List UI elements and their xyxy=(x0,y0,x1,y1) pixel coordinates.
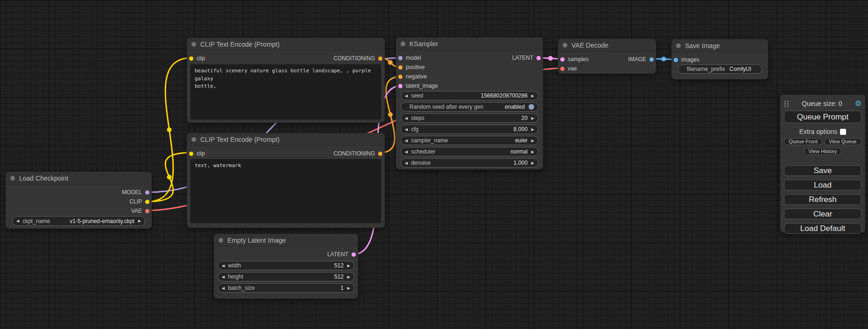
node-title: Load Checkpoint xyxy=(19,175,68,182)
view-history-button[interactable]: View History xyxy=(804,148,842,155)
drag-handle-icon[interactable] xyxy=(784,100,789,107)
clip-input-slot[interactable] xyxy=(189,152,193,156)
slot-label: VAE xyxy=(131,208,142,214)
latent-output-slot[interactable] xyxy=(352,252,356,257)
decrement-arrow-icon[interactable]: ◀ xyxy=(222,264,225,268)
node-vae-decode[interactable]: VAE Decode samples IMAGE vae xyxy=(558,39,656,74)
extra-options-label: Extra options xyxy=(799,128,838,135)
decrement-arrow-icon[interactable]: ◀ xyxy=(405,150,408,154)
increment-arrow-icon[interactable]: ▶ xyxy=(531,94,534,98)
image-output-slot[interactable] xyxy=(649,57,654,62)
widget-label: cfg xyxy=(411,126,418,133)
samples-input-slot[interactable] xyxy=(560,57,565,62)
increment-arrow-icon[interactable]: ▶ xyxy=(138,219,141,223)
decrement-arrow-icon[interactable]: ◀ xyxy=(222,275,225,279)
node-empty-latent-image[interactable]: Empty Latent Image LATENT ◀ width 512 ▶ … xyxy=(214,234,358,299)
decrement-arrow-icon[interactable]: ◀ xyxy=(16,219,19,223)
decrement-arrow-icon[interactable]: ◀ xyxy=(405,127,408,132)
model-output-slot[interactable] xyxy=(145,190,149,195)
prompt-textarea[interactable]: beautiful scenery nature glass bottle la… xyxy=(191,64,381,119)
denoise-widget[interactable]: ◀ denoise 1.000 ▶ xyxy=(401,158,538,168)
positive-input-slot[interactable] xyxy=(398,65,402,70)
vae-output-slot[interactable] xyxy=(145,209,149,213)
slot-label: latent_image xyxy=(406,83,438,89)
collapse-dot-icon[interactable] xyxy=(10,176,15,181)
increment-arrow-icon[interactable]: ▶ xyxy=(531,161,534,165)
queue-front-button[interactable]: Queue Front xyxy=(784,138,822,145)
node-title-bar[interactable]: VAE Decode xyxy=(558,39,656,52)
random-seed-toggle-widget[interactable]: Random seed after every gen enabled xyxy=(401,102,538,112)
collapse-dot-icon[interactable] xyxy=(676,43,681,48)
node-ksampler[interactable]: KSampler model LATENT positive xyxy=(396,37,543,169)
node-load-checkpoint[interactable]: Load Checkpoint MODEL CLIP VAE xyxy=(6,172,152,229)
wire-midpoint-dot xyxy=(388,60,393,65)
collapse-dot-icon[interactable] xyxy=(191,42,196,47)
load-button[interactable]: Load xyxy=(784,180,861,190)
width-widget[interactable]: ◀ width 512 ▶ xyxy=(218,261,354,270)
increment-arrow-icon[interactable]: ▶ xyxy=(531,116,534,120)
decrement-arrow-icon[interactable]: ◀ xyxy=(405,94,408,98)
images-input-slot[interactable] xyxy=(674,58,678,62)
scheduler-widget[interactable]: ◀ scheduler normal ▶ xyxy=(401,147,538,156)
collapse-dot-icon[interactable] xyxy=(401,42,405,46)
conditioning-output-slot[interactable] xyxy=(378,152,382,156)
node-title-bar[interactable]: Load Checkpoint xyxy=(6,172,152,185)
load-default-button[interactable]: Load Default xyxy=(784,223,861,234)
widget-label: height xyxy=(228,273,243,280)
node-clip-text-encode-negative[interactable]: CLIP Text Encode (Prompt) clip CONDITION… xyxy=(187,133,385,228)
node-save-image[interactable]: Save Image images filename_prefix ComfyU… xyxy=(671,39,768,79)
seed-widget[interactable]: ◀ seed 156680208700286 ▶ xyxy=(401,91,538,100)
node-graph-canvas[interactable]: CLIP Text Encode (Prompt) clip CONDITION… xyxy=(0,0,868,329)
negative-input-slot[interactable] xyxy=(398,75,402,79)
node-title-bar[interactable]: Save Image xyxy=(671,39,768,52)
collapse-dot-icon[interactable] xyxy=(563,43,567,48)
extra-options-checkbox[interactable] xyxy=(840,129,846,135)
prompt-textarea[interactable]: text, watermark xyxy=(191,159,381,223)
slot-label: CLIP xyxy=(129,198,142,205)
increment-arrow-icon[interactable]: ▶ xyxy=(347,264,350,268)
increment-arrow-icon[interactable]: ▶ xyxy=(531,150,534,154)
increment-arrow-icon[interactable]: ▶ xyxy=(531,139,534,143)
decrement-arrow-icon[interactable]: ◀ xyxy=(405,161,408,165)
widget-label: filename_prefix xyxy=(687,66,725,72)
decrement-arrow-icon[interactable]: ◀ xyxy=(405,116,408,120)
queue-prompt-button[interactable]: Queue Prompt xyxy=(784,111,861,123)
view-queue-button[interactable]: View Queue xyxy=(824,138,861,145)
ckpt-name-widget[interactable]: ◀ ckpt_name v1-5-pruned-emaonly.ckpt ▶ xyxy=(12,216,145,226)
cfg-widget[interactable]: ◀ cfg 8.000 ▶ xyxy=(401,125,538,134)
increment-arrow-icon[interactable]: ▶ xyxy=(531,127,534,132)
toggle-indicator-icon[interactable] xyxy=(529,104,534,110)
sampler-name-widget[interactable]: ◀ sampler_name euler ▶ xyxy=(401,136,538,145)
settings-gear-icon[interactable]: ⚙ xyxy=(855,100,861,107)
increment-arrow-icon[interactable]: ▶ xyxy=(347,286,350,290)
model-input-slot[interactable] xyxy=(398,56,402,60)
clip-output-slot[interactable] xyxy=(145,200,149,204)
refresh-button[interactable]: Refresh xyxy=(784,194,861,205)
conditioning-output-slot[interactable] xyxy=(378,56,382,61)
node-title-bar[interactable]: KSampler xyxy=(396,37,543,50)
slot-label: clip xyxy=(197,55,205,62)
slot-label: clip xyxy=(197,150,205,157)
height-widget[interactable]: ◀ height 512 ▶ xyxy=(218,272,354,281)
clear-button[interactable]: Clear xyxy=(784,209,861,219)
decrement-arrow-icon[interactable]: ◀ xyxy=(222,286,225,290)
slot-label: LATENT xyxy=(327,251,348,258)
filename-prefix-widget[interactable]: filename_prefix ComfyUI xyxy=(678,64,762,74)
widget-label: batch_size xyxy=(228,285,254,291)
collapse-dot-icon[interactable] xyxy=(191,137,196,142)
vae-input-slot[interactable] xyxy=(560,67,565,71)
latent-image-input-slot[interactable] xyxy=(398,84,402,88)
clip-input-slot[interactable] xyxy=(189,56,193,61)
decrement-arrow-icon[interactable]: ◀ xyxy=(405,139,408,143)
node-title-bar[interactable]: CLIP Text Encode (Prompt) xyxy=(187,133,385,146)
save-button[interactable]: Save xyxy=(784,165,861,176)
batch-size-widget[interactable]: ◀ batch_size 1 ▶ xyxy=(218,283,354,293)
steps-widget[interactable]: ◀ steps 20 ▶ xyxy=(401,113,538,123)
increment-arrow-icon[interactable]: ▶ xyxy=(347,275,350,279)
node-title: VAE Decode xyxy=(572,42,608,49)
collapse-dot-icon[interactable] xyxy=(219,238,223,243)
node-title-bar[interactable]: CLIP Text Encode (Prompt) xyxy=(187,38,385,51)
latent-output-slot[interactable] xyxy=(536,56,541,60)
node-clip-text-encode-positive[interactable]: CLIP Text Encode (Prompt) clip CONDITION… xyxy=(187,38,385,123)
node-title-bar[interactable]: Empty Latent Image xyxy=(214,234,358,247)
